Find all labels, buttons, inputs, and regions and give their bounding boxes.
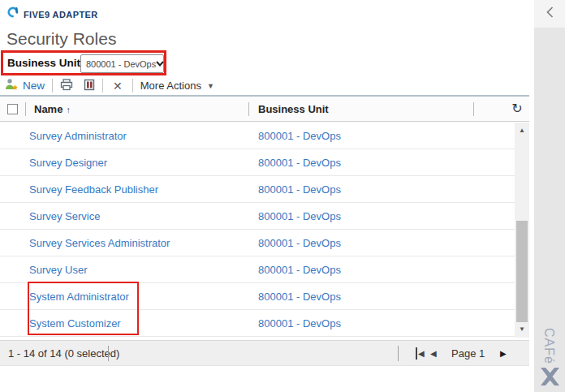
role-business-unit-link[interactable]: 800001 - DevOps <box>258 317 341 330</box>
business-unit-label: Business Unit: <box>7 57 84 69</box>
five9-logo-icon <box>6 6 19 23</box>
table-row[interactable]: Survey User 800001 - DevOps <box>0 256 515 283</box>
column-separator <box>473 102 474 116</box>
table-row[interactable]: System Customizer 800001 - DevOps <box>0 310 515 337</box>
table-body: Survey Administrator 800001 - DevOps Sur… <box>0 123 515 337</box>
chevron-left-icon <box>546 6 554 21</box>
run-report-button[interactable] <box>84 79 95 93</box>
first-page-icon[interactable]: ◀ <box>416 347 425 360</box>
table-row[interactable]: Survey Service 800001 - DevOps <box>0 203 515 230</box>
scroll-up-icon[interactable]: ▲ <box>515 124 529 137</box>
brand-title: FIVE9 ADAPTER <box>24 10 98 19</box>
table-row[interactable]: System Administrator 800001 - DevOps <box>0 283 515 310</box>
column-separator <box>248 102 249 116</box>
column-header-name-label: Name <box>34 103 63 115</box>
column-header-business-unit-label: Business Unit <box>258 103 329 115</box>
role-name-link[interactable]: Survey Service <box>29 210 100 222</box>
role-business-unit-link[interactable]: 800001 - DevOps <box>258 210 341 222</box>
toolbar-separator <box>52 79 53 93</box>
footer-separator <box>398 346 399 361</box>
page-indicator: Page 1 <box>451 347 485 360</box>
sort-ascending-icon: ↑ <box>66 105 71 114</box>
role-name-link[interactable]: Survey Feedback Publisher <box>29 183 158 196</box>
role-name-link[interactable]: System Customizer <box>29 317 121 330</box>
more-actions-label: More Actions <box>140 80 201 92</box>
role-name-link[interactable]: Survey User <box>29 264 88 276</box>
next-page-icon[interactable]: ▶ <box>500 347 507 360</box>
vertical-scrollbar[interactable]: ▲ ▼ <box>515 123 529 338</box>
table-row[interactable]: Survey Services Administrator 800001 - D… <box>0 230 515 256</box>
new-button-label: New <box>23 80 45 92</box>
role-business-unit-link[interactable]: 800001 - DevOps <box>258 291 341 303</box>
security-roles-panel: FIVE9 ADAPTER Security Roles Business Un… <box>0 0 529 392</box>
chevron-down-icon <box>156 61 164 67</box>
business-unit-select[interactable]: 800001 - DevOps <box>80 54 164 73</box>
column-header-business-unit[interactable]: Business Unit <box>258 103 329 115</box>
refresh-icon[interactable]: ↻ <box>508 100 526 118</box>
cafex-sidebar: Powered by CAFé <box>534 0 565 392</box>
powered-by-label: Powered by <box>546 284 565 330</box>
chevron-down-icon: ▼ <box>207 82 214 90</box>
table-row[interactable]: Survey Feedback Publisher 800001 - DevOp… <box>0 176 515 203</box>
scrollbar-thumb[interactable] <box>516 221 528 322</box>
footer-separator <box>108 346 109 361</box>
cafex-x-logo-icon <box>540 367 560 390</box>
brand-header: FIVE9 ADAPTER <box>6 6 98 23</box>
table-row[interactable]: Survey Administrator 800001 - DevOps <box>0 123 515 149</box>
collapse-panel-button[interactable] <box>534 0 565 28</box>
role-business-unit-link[interactable]: 800001 - DevOps <box>258 130 341 142</box>
delete-icon: ✕ <box>110 80 125 93</box>
role-name-link[interactable]: Survey Services Administrator <box>29 237 170 249</box>
run-report-icon <box>84 79 95 93</box>
more-actions-button[interactable]: More Actions ▼ <box>140 80 214 92</box>
role-business-unit-link[interactable]: 800001 - DevOps <box>258 237 341 249</box>
record-count-status: 1 - 14 of 14 (0 selected) <box>8 347 119 360</box>
table-header: Name↑ Business Unit ↻ <box>0 97 529 122</box>
new-button[interactable]: New <box>5 78 45 93</box>
role-business-unit-link[interactable]: 800001 - DevOps <box>258 183 341 196</box>
role-name-link[interactable]: System Administrator <box>29 291 129 303</box>
new-user-icon <box>5 78 19 93</box>
business-unit-selected-value: 800001 - DevOps <box>86 59 156 69</box>
column-header-name[interactable]: Name↑ <box>34 103 71 115</box>
delete-button[interactable]: ✕ <box>110 80 125 93</box>
toolbar-separator <box>102 79 103 93</box>
page-title: Security Roles <box>6 29 116 49</box>
printer-icon <box>60 79 73 93</box>
role-business-unit-link[interactable]: 800001 - DevOps <box>258 264 341 276</box>
print-button[interactable] <box>60 79 73 93</box>
toolbar-separator <box>132 79 133 93</box>
role-business-unit-link[interactable]: 800001 - DevOps <box>258 157 341 169</box>
role-name-link[interactable]: Survey Designer <box>29 157 107 169</box>
toolbar: New ✕ <box>5 76 214 95</box>
cafex-brand-label: CAFé <box>541 328 556 364</box>
column-separator <box>25 102 26 116</box>
select-all-checkbox[interactable] <box>7 104 18 114</box>
scroll-down-icon[interactable]: ▼ <box>515 323 529 336</box>
table-footer: 1 - 14 of 14 (0 selected) ◀ ◀ Page 1 ▶ <box>0 340 529 366</box>
previous-page-icon[interactable]: ◀ <box>430 347 437 360</box>
role-name-link[interactable]: Survey Administrator <box>29 130 127 142</box>
table-row[interactable]: Survey Designer 800001 - DevOps <box>0 149 515 176</box>
